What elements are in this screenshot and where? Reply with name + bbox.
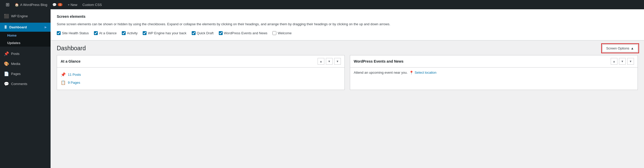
wp-logo-icon: ⊞ [6, 2, 10, 7]
sidebar-item-comments[interactable]: 💬 Comments [0, 79, 51, 89]
media-icon: 🎨 [4, 61, 9, 66]
sidebar: ⬛ WP Engine 🎛 Dashboard ▶ Home Updates 📌… [0, 9, 51, 168]
screen-elements-title: Screen elements [57, 14, 638, 19]
wp-events-controls: ▲ ▼ ▼ [611, 58, 634, 65]
posts-label: Posts [11, 52, 20, 56]
checkbox-quick-draft-label: Quick Draft [197, 31, 214, 35]
checkbox-site-health-input[interactable] [57, 31, 61, 35]
sidebar-item-posts[interactable]: 📌 Posts [0, 49, 51, 59]
screen-options-panel: Screen elements Some screen elements can… [51, 9, 644, 40]
dashboard-header: Dashboard Screen Options ▲ [51, 40, 644, 55]
checkbox-welcome-input[interactable] [272, 31, 276, 35]
sidebar-plugin-section: ⬛ WP Engine [0, 9, 51, 23]
comments-count: 0 [58, 3, 62, 6]
checkbox-wp-engine[interactable]: WP Engine has your back [143, 31, 186, 35]
pages-icon: 📄 [4, 71, 9, 76]
checkbox-at-a-glance-input[interactable] [94, 31, 98, 35]
location-pin-icon: 📍 [409, 71, 414, 75]
new-label: + New [68, 3, 77, 7]
sidebar-item-wp-engine[interactable]: ⬛ WP Engine [0, 11, 51, 21]
custom-css-label: Custom CSS [83, 3, 102, 7]
wp-events-widget: WordPress Events and News ▲ ▼ ▼ Attend a… [350, 55, 638, 90]
checkbox-at-a-glance[interactable]: At a Glance [94, 31, 117, 35]
checkbox-site-health-label: Site Health Status [62, 31, 89, 35]
screen-options-arrow-icon: ▲ [631, 46, 634, 50]
page-layout: ⬛ WP Engine 🎛 Dashboard ▶ Home Updates 📌… [0, 9, 644, 168]
comments-item[interactable]: 💬 0 [50, 0, 65, 9]
sidebar-item-media[interactable]: 🎨 Media [0, 59, 51, 69]
at-a-glance-header: At a Glance ▲ ▼ ▼ [57, 55, 344, 68]
wp-events-collapse-btn[interactable]: ▲ [611, 58, 617, 65]
checkbox-quick-draft-input[interactable] [192, 31, 196, 35]
checkbox-wp-events[interactable]: WordPress Events and News [219, 31, 268, 35]
site-name-item[interactable]: 🏠 A WordPress Blog [12, 0, 50, 9]
select-location-link[interactable]: 📍 Select location [409, 71, 437, 75]
checkbox-activity-input[interactable] [122, 31, 126, 35]
checkbox-wp-events-label: WordPress Events and News [224, 31, 268, 35]
new-item[interactable]: + New [65, 0, 80, 9]
checkbox-welcome[interactable]: Welcome [272, 31, 292, 35]
dashboard-icon: 🎛 [4, 25, 7, 29]
sidebar-submenu: Home Updates [0, 32, 51, 47]
updates-label: Updates [7, 41, 20, 45]
page-title: Dashboard [57, 45, 86, 52]
wp-events-down-btn[interactable]: ▼ [619, 58, 626, 65]
posts-stat[interactable]: 📌 11 Posts [61, 71, 341, 79]
at-a-glance-title: At a Glance [61, 59, 318, 63]
checkbox-welcome-label: Welcome [278, 31, 292, 35]
at-a-glance-widget: At a Glance ▲ ▼ ▼ 📌 11 Posts 📋 9 Pages [57, 55, 345, 90]
at-a-glance-hide-btn[interactable]: ▼ [334, 58, 341, 65]
wp-events-header: WordPress Events and News ▲ ▼ ▼ [350, 55, 638, 68]
wp-events-body: Attend an upcoming event near you. 📍 Sel… [350, 68, 638, 79]
comments-label: Comments [11, 82, 27, 86]
at-a-glance-collapse-btn[interactable]: ▲ [318, 58, 324, 65]
wp-events-title: WordPress Events and News [354, 59, 611, 63]
posts-stat-icon: 📌 [61, 72, 66, 77]
home-icon: 🏠 [15, 3, 19, 7]
wp-engine-icon: ⬛ [4, 13, 9, 19]
checkbox-wp-engine-input[interactable] [143, 31, 147, 35]
screen-options-checkboxes: Site Health Status At a Glance Activity … [57, 31, 638, 35]
checkbox-wp-engine-label: WP Engine has your back [148, 31, 186, 35]
sidebar-item-dashboard[interactable]: 🎛 Dashboard ▶ [0, 23, 51, 32]
at-a-glance-down-btn[interactable]: ▼ [326, 58, 333, 65]
comments-icon: 💬 [52, 3, 57, 7]
events-attend-text: Attend an upcoming event near you. [354, 71, 408, 74]
checkbox-wp-events-input[interactable] [219, 31, 223, 35]
at-a-glance-body: 📌 11 Posts 📋 9 Pages [57, 68, 344, 90]
screen-options-button[interactable]: Screen Options ▲ [602, 45, 638, 52]
sidebar-item-updates[interactable]: Updates [0, 39, 51, 47]
pages-stat-icon: 📋 [61, 80, 66, 85]
select-location-label: Select location [415, 71, 437, 74]
site-name-label: A WordPress Blog [20, 3, 47, 7]
custom-css-item[interactable]: Custom CSS [80, 0, 104, 9]
sidebar-nav-section: 📌 Posts 🎨 Media 📄 Pages 💬 Comments [0, 47, 51, 91]
posts-stat-label: 11 Posts [68, 73, 81, 77]
comments-nav-icon: 💬 [4, 81, 9, 86]
dashboard-arrow: ▶ [45, 26, 47, 29]
at-a-glance-controls: ▲ ▼ ▼ [318, 58, 341, 65]
wp-events-hide-btn[interactable]: ▼ [627, 58, 634, 65]
checkbox-quick-draft[interactable]: Quick Draft [192, 31, 214, 35]
pages-stat[interactable]: 📋 9 Pages [61, 79, 341, 87]
posts-icon: 📌 [4, 51, 9, 56]
screen-options-button-label: Screen Options [606, 46, 630, 50]
events-attend-row: Attend an upcoming event near you. 📍 Sel… [354, 71, 634, 75]
checkbox-activity-label: Activity [127, 31, 138, 35]
sidebar-item-home[interactable]: Home [0, 32, 51, 39]
media-label: Media [11, 62, 20, 66]
checkbox-activity[interactable]: Activity [122, 31, 138, 35]
pages-stat-label: 9 Pages [68, 81, 80, 85]
wp-logo-item[interactable]: ⊞ [3, 0, 12, 9]
home-label: Home [7, 33, 17, 37]
dashboard-label: Dashboard [9, 25, 27, 29]
sidebar-item-pages[interactable]: 📄 Pages [0, 69, 51, 79]
checkbox-site-health[interactable]: Site Health Status [57, 31, 89, 35]
main-content: Screen elements Some screen elements can… [51, 9, 644, 168]
widgets-row: At a Glance ▲ ▼ ▼ 📌 11 Posts 📋 9 Pages [51, 55, 644, 90]
pages-label: Pages [11, 72, 21, 76]
screen-elements-desc: Some screen elements can be shown or hid… [57, 22, 638, 27]
sidebar-plugin-label: WP Engine [11, 14, 28, 18]
checkbox-at-a-glance-label: At a Glance [99, 31, 117, 35]
admin-bar: ⊞ 🏠 A WordPress Blog 💬 0 + New Custom CS… [0, 0, 644, 9]
